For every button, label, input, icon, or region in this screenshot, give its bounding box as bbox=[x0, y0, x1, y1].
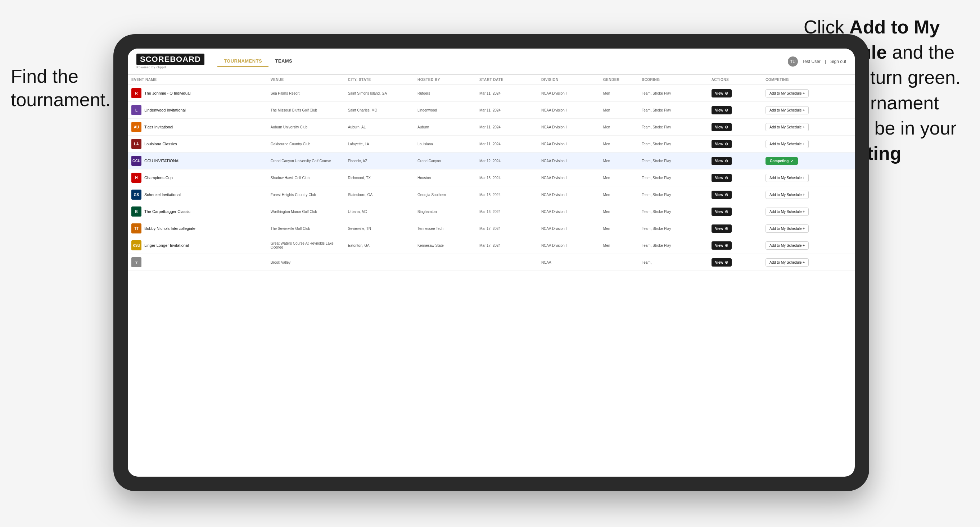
event-name: Linger Longer Invitational bbox=[144, 243, 189, 248]
cell-actions: View ⊙ bbox=[708, 254, 762, 271]
view-button[interactable]: View ⊙ bbox=[711, 89, 732, 97]
table-row: H Champions Cup Shadow Hawk Golf ClubRic… bbox=[128, 170, 855, 186]
table-row: GS Schenkel Invitational Forest Heights … bbox=[128, 186, 855, 203]
team-logo: LA bbox=[131, 139, 142, 149]
event-name: Louisiana Classics bbox=[144, 142, 177, 146]
cell-hosted: Tennessee Tech bbox=[414, 220, 476, 237]
event-cell: GCU GCU INVITATIONAL bbox=[131, 156, 263, 166]
table-row: GCU GCU INVITATIONAL Grand Canyon Univer… bbox=[128, 152, 855, 170]
team-logo: KSU bbox=[131, 240, 142, 250]
cell-date: Mar 17, 2024 bbox=[476, 237, 538, 254]
add-schedule-button[interactable]: Add to My Schedule + bbox=[765, 258, 809, 267]
cell-city bbox=[344, 254, 414, 271]
col-header-event: EVENT NAME bbox=[128, 75, 267, 85]
cell-division: NCAA Division I bbox=[538, 170, 600, 186]
cell-city: Statesboro, GA bbox=[344, 186, 414, 203]
tab-tournaments[interactable]: TOURNAMENTS bbox=[217, 56, 269, 67]
event-cell: H Champions Cup bbox=[131, 173, 263, 183]
cell-date: Mar 11, 2024 bbox=[476, 136, 538, 152]
eye-icon: ⊙ bbox=[725, 91, 728, 96]
sign-out-link[interactable]: Sign out bbox=[830, 59, 846, 64]
view-button[interactable]: View ⊙ bbox=[711, 208, 732, 216]
col-header-division: DIVISION bbox=[538, 75, 600, 85]
cell-scoring: Team, Stroke Play bbox=[638, 119, 708, 136]
event-cell: KSU Linger Longer Invitational bbox=[131, 240, 263, 250]
table-container: EVENT NAME VENUE CITY, STATE HOSTED BY S… bbox=[128, 75, 855, 477]
cell-venue: Auburn University Club bbox=[267, 119, 344, 136]
nav-tabs: TOURNAMENTS TEAMS bbox=[217, 56, 299, 67]
cell-division: NCAA Division I bbox=[538, 102, 600, 119]
cell-gender: Men bbox=[600, 203, 638, 220]
cell-competing: Add to My Schedule + bbox=[762, 85, 855, 102]
add-schedule-button[interactable]: Add to My Schedule + bbox=[765, 208, 809, 216]
view-button[interactable]: View ⊙ bbox=[711, 106, 732, 114]
app-header: SCOREBOARD Powered by clippd TOURNAMENTS… bbox=[128, 49, 855, 75]
eye-icon: ⊙ bbox=[725, 159, 728, 163]
cell-venue: Shadow Hawk Golf Club bbox=[267, 170, 344, 186]
tournaments-table: EVENT NAME VENUE CITY, STATE HOSTED BY S… bbox=[128, 75, 855, 271]
cell-actions: View ⊙ bbox=[708, 136, 762, 152]
cell-city: Urbana, MD bbox=[344, 203, 414, 220]
cell-competing: Add to My Schedule + bbox=[762, 186, 855, 203]
cell-venue: Oakbourne Country Club bbox=[267, 136, 344, 152]
cell-event: GCU GCU INVITATIONAL bbox=[128, 152, 267, 170]
table-row: ? Brook ValleyNCAATeam,View ⊙Add to My S… bbox=[128, 254, 855, 271]
cell-actions: View ⊙ bbox=[708, 170, 762, 186]
tab-teams[interactable]: TEAMS bbox=[269, 56, 299, 67]
cell-scoring: Team, bbox=[638, 254, 708, 271]
event-cell: B The Carpetbagger Classic bbox=[131, 206, 263, 217]
team-logo: GS bbox=[131, 190, 142, 200]
view-button[interactable]: View ⊙ bbox=[711, 258, 732, 267]
cell-hosted bbox=[414, 254, 476, 271]
event-name: Lindenwood Invitational bbox=[144, 108, 186, 112]
cell-venue: Grand Canyon University Golf Course bbox=[267, 152, 344, 170]
cell-division: NCAA Division I bbox=[538, 85, 600, 102]
cell-gender: Men bbox=[600, 152, 638, 170]
logo-text: SCOREBOARD bbox=[137, 54, 204, 65]
event-name: Schenkel Invitational bbox=[144, 192, 181, 197]
event-cell: R The Johnnie - O Individual bbox=[131, 88, 263, 98]
team-logo: ? bbox=[131, 257, 142, 267]
add-schedule-button[interactable]: Add to My Schedule + bbox=[765, 224, 809, 233]
cell-hosted: Kennesaw State bbox=[414, 237, 476, 254]
view-button[interactable]: View ⊙ bbox=[711, 241, 732, 250]
eye-icon: ⊙ bbox=[725, 210, 728, 214]
add-schedule-button[interactable]: Add to My Schedule + bbox=[765, 241, 809, 250]
cell-date: Mar 13, 2024 bbox=[476, 170, 538, 186]
separator: | bbox=[825, 59, 826, 64]
cell-event: KSU Linger Longer Invitational bbox=[128, 237, 267, 254]
eye-icon: ⊙ bbox=[725, 243, 728, 248]
add-schedule-button[interactable]: Add to My Schedule + bbox=[765, 190, 809, 199]
eye-icon: ⊙ bbox=[725, 108, 728, 113]
view-button[interactable]: View ⊙ bbox=[711, 140, 732, 148]
add-schedule-button[interactable]: Add to My Schedule + bbox=[765, 89, 809, 97]
table-row: TT Bobby Nichols Intercollegiate The Sev… bbox=[128, 220, 855, 237]
view-button[interactable]: View ⊙ bbox=[711, 123, 732, 131]
cell-hosted: Lindenwood bbox=[414, 102, 476, 119]
view-button[interactable]: View ⊙ bbox=[711, 224, 732, 233]
view-button[interactable]: View ⊙ bbox=[711, 190, 732, 199]
table-row: R The Johnnie - O Individual Sea Palms R… bbox=[128, 85, 855, 102]
add-schedule-button[interactable]: Add to My Schedule + bbox=[765, 123, 809, 131]
add-schedule-button[interactable]: Add to My Schedule + bbox=[765, 140, 809, 148]
cell-actions: View ⊙ bbox=[708, 152, 762, 170]
event-cell: GS Schenkel Invitational bbox=[131, 190, 263, 200]
cell-date: Mar 11, 2024 bbox=[476, 102, 538, 119]
cell-city: Auburn, AL bbox=[344, 119, 414, 136]
cell-scoring: Team, Stroke Play bbox=[638, 136, 708, 152]
cell-competing: Add to My Schedule + bbox=[762, 203, 855, 220]
view-button[interactable]: View ⊙ bbox=[711, 174, 732, 182]
team-logo: B bbox=[131, 206, 142, 217]
cell-competing: Add to My Schedule + bbox=[762, 170, 855, 186]
add-schedule-button[interactable]: Add to My Schedule + bbox=[765, 174, 809, 182]
team-logo: L bbox=[131, 105, 142, 115]
cell-gender: Men bbox=[600, 170, 638, 186]
table-header-row: EVENT NAME VENUE CITY, STATE HOSTED BY S… bbox=[128, 75, 855, 85]
cell-competing: Add to My Schedule + bbox=[762, 136, 855, 152]
col-header-scoring: SCORING bbox=[638, 75, 708, 85]
competing-button[interactable]: Competing ✓ bbox=[765, 157, 798, 165]
add-schedule-button[interactable]: Add to My Schedule + bbox=[765, 106, 809, 114]
cell-scoring: Team, Stroke Play bbox=[638, 237, 708, 254]
view-button[interactable]: View ⊙ bbox=[711, 157, 732, 165]
cell-gender: Men bbox=[600, 119, 638, 136]
